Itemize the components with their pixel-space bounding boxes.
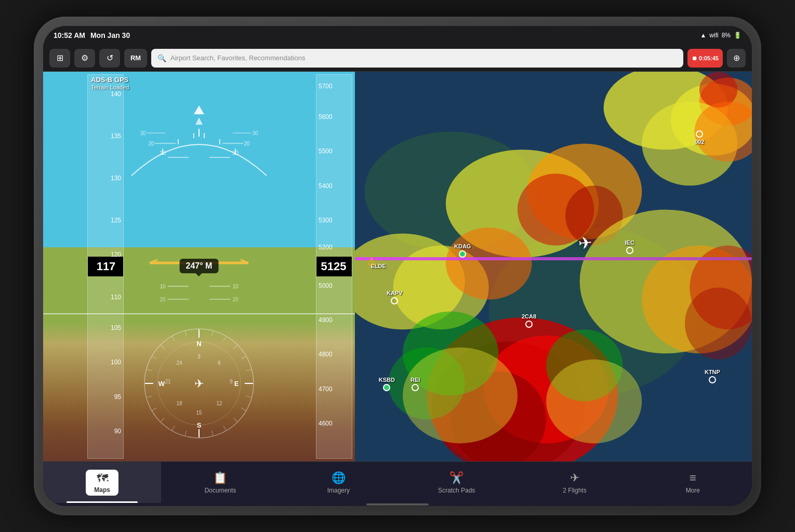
svg-text:15: 15 [196, 410, 202, 416]
svg-point-101 [685, 287, 752, 359]
svg-text:21: 21 [165, 379, 171, 384]
svg-line-60 [233, 418, 237, 421]
airport-kdag-circle [459, 250, 466, 258]
svg-text:W: W [158, 380, 165, 388]
tab-documents[interactable]: 📋 Documents [161, 462, 279, 503]
airport-2ca8: 2CA8 [522, 313, 536, 328]
tab-imagery[interactable]: 🌐 Imagery [280, 462, 398, 503]
more-icon: ≡ [690, 471, 696, 485]
pfd-panel: ADS-B GPS Terrain Loaded [43, 72, 355, 461]
svg-text:20: 20 [232, 297, 239, 302]
flights-icon: ✈ [570, 471, 579, 485]
svg-line-59 [241, 408, 246, 410]
airport-kapv-circle [391, 297, 398, 304]
airport-002: 002 [695, 130, 704, 145]
rm-label: RM [130, 54, 141, 62]
more-label: More [686, 487, 700, 494]
svg-text:3: 3 [197, 354, 201, 360]
documents-label: Documents [205, 487, 236, 494]
rm-button[interactable]: RM [124, 49, 147, 68]
alt-4600: 4600 [319, 420, 333, 427]
map-airplane: ✈ [577, 233, 593, 254]
status-time: 10:52 AM [54, 31, 85, 39]
tab-flights[interactable]: ✈ 2 Flights [515, 462, 633, 503]
alt-5300: 5300 [319, 217, 333, 224]
tab-scratch-pads[interactable]: ✂️ Scratch Pads [398, 462, 515, 503]
scratch-pads-label: Scratch Pads [438, 487, 475, 494]
pfd-lower-pitch: 10 10 20 20 [126, 278, 272, 322]
layers-button[interactable]: ⊞ [49, 49, 70, 68]
svg-line-68 [147, 396, 152, 397]
svg-point-97 [546, 360, 642, 444]
compass-rose: N S W E 3 6 [142, 326, 256, 441]
battery-pct: 8% [722, 32, 731, 39]
alt-5000: 5000 [319, 282, 333, 289]
svg-line-53 [223, 337, 226, 341]
gear-icon: ⚙ [81, 53, 88, 63]
svg-line-52 [211, 331, 213, 337]
attitude-indicator: 10 10 20 20 [126, 103, 272, 186]
altitude-value: 5125 [316, 257, 352, 276]
record-button[interactable]: ⏺ 0:05:45 [687, 49, 723, 68]
airport-iec-label: IEC [625, 240, 634, 246]
tablet-inner: 10:52 AM Mon Jan 30 ▲ wifi 8% 🔋 ⊞ ⚙ [43, 26, 752, 506]
search-bar[interactable]: 🔍 Airport Search, Favorites, Recommendat… [151, 49, 683, 68]
record-icon: ⏺ [692, 55, 697, 61]
tab-bar: 🗺 Maps 📋 Documents 🌐 Imagery ✂️ [43, 461, 752, 503]
svg-text:18: 18 [176, 401, 182, 406]
settings-button[interactable]: ⚙ [74, 49, 95, 68]
wifi-icon: wifi [709, 32, 718, 39]
svg-text:E: E [234, 380, 239, 388]
alt-5400: 5400 [319, 182, 333, 190]
record-time: 0:05:45 [699, 55, 719, 61]
tablet-frame: 10:52 AM Mon Jan 30 ▲ wifi 8% 🔋 ⊞ ⚙ [34, 17, 761, 515]
map-background: ✈ 002 KDAG [355, 72, 752, 461]
speed-110: 110 [111, 294, 121, 301]
gps-button[interactable]: ⊕ [727, 49, 746, 68]
svg-line-73 [172, 337, 175, 341]
nav-bar: ⊞ ⚙ ↺ RM 🔍 Airport Search, Favorites, Re… [43, 45, 752, 72]
maps-label: Maps [94, 486, 110, 494]
alt-4700: 4700 [319, 385, 333, 393]
svg-text:9: 9 [230, 379, 233, 384]
svg-line-71 [152, 356, 157, 359]
svg-text:✈: ✈ [194, 377, 204, 390]
refresh-button[interactable]: ↺ [99, 49, 120, 68]
alt-5200: 5200 [319, 244, 333, 251]
speed-95: 95 [114, 393, 121, 401]
tab-more[interactable]: ≡ More [634, 462, 752, 503]
home-indicator [43, 503, 752, 506]
tab-maps[interactable]: 🗺 Maps [43, 462, 161, 503]
status-bar: 10:52 AM Mon Jan 30 ▲ wifi 8% 🔋 [43, 26, 752, 45]
svg-line-67 [152, 408, 157, 410]
svg-line-61 [223, 425, 226, 430]
speed-value: 117 [87, 257, 124, 276]
svg-line-66 [161, 418, 164, 421]
airport-002-circle [696, 130, 703, 138]
battery-icon: 🔋 [734, 32, 741, 39]
search-icon: 🔍 [157, 54, 166, 62]
airport-002-label: 002 [695, 139, 704, 145]
home-bar [366, 503, 429, 506]
svg-text:20: 20 [244, 141, 250, 147]
svg-text:20: 20 [148, 141, 154, 147]
speed-130: 130 [111, 175, 121, 182]
speed-90: 90 [114, 428, 121, 435]
airport-rei-circle [412, 384, 419, 391]
map-panel: ✈ 002 KDAG [355, 72, 752, 461]
speed-125: 125 [111, 217, 121, 224]
svg-text:N: N [196, 340, 201, 348]
svg-line-72 [161, 345, 164, 349]
svg-line-54 [233, 345, 237, 349]
airport-ksbd-label: KSBD [379, 377, 395, 383]
main-content: ADS-B GPS Terrain Loaded [43, 72, 752, 461]
warning-triangle: ⚠ [367, 255, 376, 268]
airport-kdag: KDAG [454, 243, 471, 258]
airport-2ca8-label: 2CA8 [522, 313, 536, 320]
svg-text:6: 6 [218, 360, 221, 366]
airport-kapv-label: KAPV [387, 290, 403, 296]
svg-text:20: 20 [160, 297, 166, 302]
svg-text:24: 24 [176, 360, 182, 366]
airport-iec: IEC [625, 240, 634, 254]
gps-icon: ⊕ [733, 53, 740, 63]
